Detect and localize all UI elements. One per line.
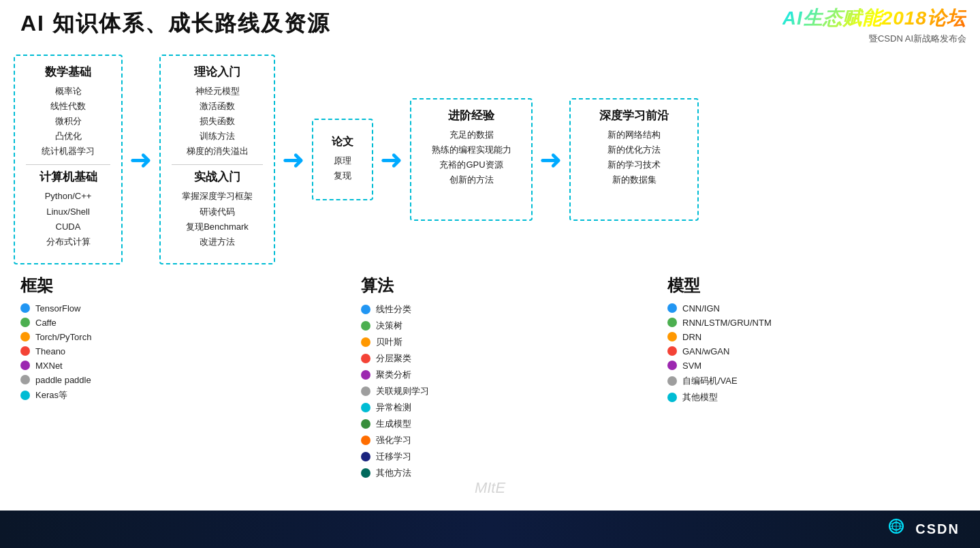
advanced-items: 充足的数据 熟练的编程实现能力 充裕的GPU资源 创新的方法	[422, 127, 520, 187]
theory-section: 理论入门 神经元模型 激活函数 损失函数 训练方法 梯度的消失溢出	[172, 64, 263, 159]
algorithm-item: 关联规则学习	[361, 385, 429, 397]
algorithm-dot	[361, 370, 370, 380]
box2-divider	[172, 164, 263, 165]
model-dot	[667, 332, 677, 341]
practice-title: 实战入门	[172, 169, 263, 185]
framework-label: Caffe	[35, 318, 57, 328]
algorithm-label: 关联规则学习	[376, 385, 429, 397]
model-item: DRN	[667, 332, 772, 342]
model-label: SVM	[682, 361, 701, 371]
model-item: RNN/LSTM/GRU/NTM	[667, 318, 772, 328]
framework-column: 框架 TensorFlowCaffeTorch/PyTorchTheanoMXN…	[14, 275, 218, 406]
math-section: 数学基础 概率论 线性代数 微积分 凸优化 统计机器学习	[26, 64, 110, 159]
arrow1: ➜	[129, 144, 153, 175]
algorithm-dot	[361, 354, 370, 363]
algorithm-label: 线性分类	[376, 303, 411, 316]
advanced-title: 进阶经验	[422, 108, 520, 123]
model-item: 其他模型	[667, 391, 772, 404]
algorithm-item: 异常检测	[361, 401, 429, 414]
framework-item: Theano	[20, 346, 91, 356]
practice-section: 实战入门 掌握深度学习框架 研读代码 复现Benchmark 改进方法	[172, 169, 263, 249]
algorithm-dot	[361, 386, 370, 396]
algorithm-dot	[361, 337, 370, 347]
bottom-bar: CSDN	[0, 511, 980, 548]
model-title: 模型	[667, 275, 700, 296]
model-label: 其他模型	[682, 391, 718, 404]
framework-label: MXNet	[35, 361, 63, 371]
model-dot	[667, 361, 677, 370]
cs-section: 计算机基础 Python/C++ Linux/Shell CUDA 分布式计算	[26, 169, 110, 249]
framework-label: Torch/PyTorch	[35, 332, 91, 342]
theory-box: 理论入门 神经元模型 激活函数 损失函数 训练方法 梯度的消失溢出 实战入门 掌…	[159, 55, 275, 264]
cs-items: Python/C++ Linux/Shell CUDA 分布式计算	[26, 189, 110, 249]
brand-title: AI生态赋能2018论坛	[783, 5, 966, 31]
arrow4: ➜	[539, 144, 563, 175]
framework-dot	[20, 361, 30, 370]
math-items: 概率论 线性代数 微积分 凸优化 统计机器学习	[26, 84, 110, 159]
framework-dot	[20, 346, 30, 356]
algorithm-dot	[361, 305, 370, 314]
model-label: RNN/LSTM/GRU/NTM	[682, 318, 772, 328]
algorithm-label: 迁移学习	[376, 451, 411, 463]
framework-label: Theano	[35, 346, 65, 356]
algorithm-item: 贝叶斯	[361, 336, 429, 348]
arrow3: ➜	[380, 144, 403, 175]
brand-area: AI生态赋能2018论坛 暨CSDN AI新战略发布会	[783, 5, 966, 45]
brand-subtitle: 暨CSDN AI新战略发布会	[783, 33, 966, 45]
algorithm-item: 其他方法	[361, 467, 429, 479]
algorithm-item: 迁移学习	[361, 451, 429, 463]
model-dot	[667, 318, 677, 327]
main-content: 数学基础 概率论 线性代数 微积分 凸优化 统计机器学习 计算机基础 Pytho…	[0, 48, 980, 507]
model-dot	[667, 303, 677, 313]
model-item: SVM	[667, 361, 772, 371]
theory-items: 神经元模型 激活函数 损失函数 训练方法 梯度的消失溢出	[172, 84, 263, 159]
algorithm-item: 聚类分析	[361, 369, 429, 381]
arrow2: ➜	[282, 144, 305, 175]
framework-item: MXNet	[20, 361, 91, 371]
bottom-section: 框架 TensorFlowCaffeTorch/PyTorchTheanoMXN…	[14, 275, 966, 500]
algorithm-label: 其他方法	[376, 467, 411, 479]
paper-title: 论文	[332, 135, 353, 149]
algorithm-label: 异常检测	[376, 401, 411, 414]
csdn-text: CSDN	[915, 521, 960, 537]
box1-divider	[26, 164, 110, 165]
theory-title: 理论入门	[172, 64, 263, 80]
algorithm-list: 线性分类决策树贝叶斯分层聚类聚类分析关联规则学习异常检测生成模型强化学习迁移学习…	[361, 303, 429, 483]
csdn-logo: CSDN	[883, 516, 960, 543]
framework-dot	[20, 332, 30, 341]
algorithm-label: 生成模型	[376, 418, 411, 430]
algorithm-label: 聚类分析	[376, 369, 411, 381]
algorithm-label: 强化学习	[376, 434, 411, 446]
paper-lines: 原理 复现	[334, 153, 351, 183]
mite-watermark: MItE	[475, 479, 505, 497]
algorithm-item: 线性分类	[361, 303, 429, 316]
flow-section: 数学基础 概率论 线性代数 微积分 凸优化 统计机器学习 计算机基础 Pytho…	[14, 55, 966, 264]
algorithm-label: 决策树	[376, 320, 402, 332]
algorithm-item: 分层聚类	[361, 352, 429, 365]
algorithm-label: 贝叶斯	[376, 336, 402, 348]
model-dot	[667, 393, 677, 402]
algorithm-dot	[361, 403, 370, 412]
framework-title: 框架	[20, 275, 53, 296]
frontier-items: 新的网络结构 新的优化方法 新的学习技术 新的数据集	[582, 127, 686, 187]
framework-dot	[20, 375, 30, 384]
algorithm-label: 分层聚类	[376, 352, 411, 365]
frontier-title: 深度学习前沿	[582, 108, 686, 123]
advanced-box: 进阶经验 充足的数据 熟练的编程实现能力 充裕的GPU资源 创新的方法	[410, 98, 533, 221]
framework-dot	[20, 318, 30, 327]
framework-item: Torch/PyTorch	[20, 332, 91, 342]
model-dot	[667, 376, 677, 386]
page-title: AI 知识体系、成长路线及资源	[20, 9, 330, 39]
framework-item: Keras等	[20, 389, 91, 401]
algorithm-dot	[361, 452, 370, 461]
algorithm-item: 强化学习	[361, 434, 429, 446]
algorithm-dot	[361, 436, 370, 445]
framework-dot	[20, 391, 30, 400]
framework-dot	[20, 303, 30, 313]
cs-title: 计算机基础	[26, 169, 110, 185]
frontier-box: 深度学习前沿 新的网络结构 新的优化方法 新的学习技术 新的数据集	[569, 98, 699, 221]
model-item: CNN/IGN	[667, 303, 772, 314]
framework-item: paddle paddle	[20, 375, 91, 385]
model-list: CNN/IGNRNN/LSTM/GRU/NTMDRNGAN/wGANSVM自编码…	[667, 303, 772, 408]
model-label: CNN/IGN	[682, 303, 720, 314]
